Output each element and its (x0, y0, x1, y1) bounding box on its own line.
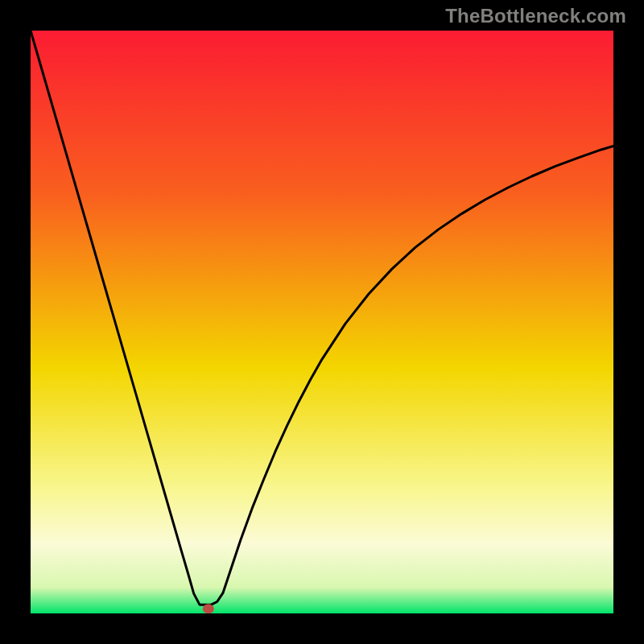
marker-dot (203, 604, 214, 613)
watermark-text: TheBottleneck.com (445, 5, 626, 27)
chart-background (31, 31, 613, 613)
bottleneck-chart (31, 31, 613, 613)
chart-frame: TheBottleneck.com (0, 0, 644, 644)
